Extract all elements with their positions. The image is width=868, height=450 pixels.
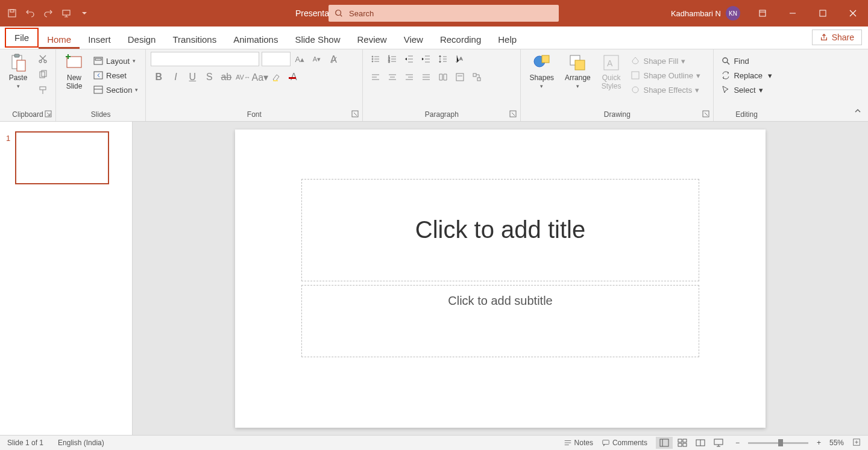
align-right-icon[interactable] <box>401 70 417 84</box>
qat-more-icon[interactable] <box>76 5 93 22</box>
cut-icon[interactable] <box>35 52 51 66</box>
tab-recording[interactable]: Recording <box>432 30 489 49</box>
reading-view-icon[interactable] <box>692 437 709 449</box>
notes-icon <box>564 439 572 447</box>
tab-insert[interactable]: Insert <box>80 30 119 49</box>
slide-counter[interactable]: Slide 1 of 1 <box>7 439 43 447</box>
fit-window-icon[interactable] <box>852 438 861 448</box>
justify-icon[interactable] <box>418 70 434 84</box>
tab-transitions[interactable]: Transitions <box>164 30 225 49</box>
find-button[interactable]: Find <box>719 54 774 67</box>
shape-fill-button[interactable]: Shape Fill ▾ <box>628 54 702 67</box>
italic-icon[interactable]: I <box>168 70 183 84</box>
normal-view-icon[interactable] <box>656 437 673 449</box>
tab-home[interactable]: Home <box>39 30 80 49</box>
title-bar: Presentation1 - PowerPoint Search Kadham… <box>0 0 868 27</box>
shadow-icon[interactable]: S <box>201 70 217 84</box>
subtitle-placeholder[interactable]: Click to add subtitle <box>301 285 699 357</box>
new-slide-button[interactable]: New Slide <box>61 52 87 92</box>
bullets-icon[interactable] <box>368 52 383 66</box>
shape-effects-button[interactable]: Shape Effects ▾ <box>628 83 702 96</box>
arrange-button[interactable]: Arrange▾ <box>561 52 594 90</box>
bold-icon[interactable]: B <box>151 70 166 84</box>
slide-thumbnail[interactable] <box>15 131 109 184</box>
select-button[interactable]: Select ▾ <box>719 83 774 96</box>
section-button[interactable]: Section ▾ <box>91 83 140 96</box>
highlight-icon[interactable] <box>269 70 285 84</box>
numbering-icon[interactable]: 123 <box>385 52 400 66</box>
svg-rect-0 <box>8 10 16 17</box>
zoom-out-icon[interactable]: − <box>735 439 740 447</box>
slideshow-view-icon[interactable] <box>710 437 727 449</box>
svg-point-43 <box>723 58 728 63</box>
increase-font-icon[interactable]: A▴ <box>292 52 307 66</box>
zoom-level[interactable]: 55% <box>829 439 844 447</box>
clear-format-icon[interactable]: A̷ <box>326 52 341 66</box>
shapes-button[interactable]: Shapes▾ <box>526 52 558 90</box>
reset-button[interactable]: Reset <box>91 69 140 82</box>
quick-styles-button[interactable]: A Quick Styles <box>598 52 625 92</box>
search-input[interactable]: Search <box>329 5 559 22</box>
format-painter-icon[interactable] <box>35 83 51 98</box>
sorter-view-icon[interactable] <box>674 437 691 449</box>
zoom-slider[interactable] <box>748 442 808 444</box>
paste-button[interactable]: Paste ▾ <box>5 52 31 90</box>
dialog-launcher-icon[interactable] <box>351 110 359 117</box>
minimize-icon[interactable] <box>779 0 807 27</box>
dialog-launcher-icon[interactable] <box>509 110 517 117</box>
text-direction-icon[interactable]: A <box>452 52 468 66</box>
columns-icon[interactable] <box>435 70 451 84</box>
svg-rect-47 <box>683 439 687 442</box>
redo-icon[interactable] <box>40 5 57 22</box>
tab-slideshow[interactable]: Slide Show <box>286 30 348 49</box>
maximize-icon[interactable] <box>809 0 837 27</box>
font-size-input[interactable] <box>262 52 291 66</box>
decrease-font-icon[interactable]: A▾ <box>309 52 324 66</box>
tab-view[interactable]: View <box>395 30 432 49</box>
dialog-launcher-icon[interactable] <box>702 110 709 117</box>
change-case-icon[interactable]: Aa▾ <box>252 70 268 84</box>
char-spacing-icon[interactable]: AV↔ <box>235 70 251 84</box>
replace-button[interactable]: Replace ▾ <box>719 69 774 82</box>
font-color-icon[interactable]: A <box>286 70 301 84</box>
tab-file[interactable]: File <box>5 28 39 48</box>
tab-review[interactable]: Review <box>348 30 395 49</box>
notes-button[interactable]: Notes <box>564 439 593 447</box>
align-center-icon[interactable] <box>385 70 400 84</box>
svg-rect-2 <box>63 10 70 15</box>
dialog-launcher-icon[interactable] <box>45 110 52 117</box>
close-icon[interactable] <box>839 0 867 27</box>
layout-button[interactable]: Layout ▾ <box>91 54 140 67</box>
collapse-ribbon-icon[interactable] <box>854 107 862 117</box>
share-button[interactable]: Share <box>812 30 862 45</box>
user-account[interactable]: Kadhambari N KN <box>665 6 746 20</box>
copy-icon[interactable] <box>35 67 51 82</box>
zoom-in-icon[interactable]: + <box>817 439 821 447</box>
avatar: KN <box>726 6 740 20</box>
undo-icon[interactable] <box>22 5 39 22</box>
comments-button[interactable]: Comments <box>602 439 647 447</box>
increase-indent-icon[interactable] <box>418 52 434 66</box>
tab-animations[interactable]: Animations <box>225 30 286 49</box>
decrease-indent-icon[interactable] <box>401 52 417 66</box>
ribbon-display-icon[interactable] <box>749 0 776 27</box>
tab-help[interactable]: Help <box>489 30 525 49</box>
arrange-icon <box>568 53 587 72</box>
strike-icon[interactable]: ab <box>218 70 234 84</box>
title-placeholder[interactable]: Click to add title <box>301 179 699 281</box>
line-spacing-icon[interactable] <box>435 52 451 66</box>
slideshow-icon[interactable] <box>58 5 75 22</box>
align-text-icon[interactable] <box>452 70 468 84</box>
underline-icon[interactable]: U <box>184 70 200 84</box>
save-icon[interactable] <box>4 5 20 22</box>
smartart-icon[interactable] <box>469 70 485 84</box>
slide[interactable]: Click to add title Click to add subtitle <box>235 130 766 428</box>
align-left-icon[interactable] <box>368 70 383 84</box>
user-name: Kadhambari N <box>671 9 721 18</box>
language-status[interactable]: English (India) <box>58 439 104 447</box>
font-family-input[interactable] <box>151 52 259 66</box>
thumbnail-row[interactable]: 1 <box>6 131 126 184</box>
svg-rect-44 <box>603 440 609 445</box>
tab-design[interactable]: Design <box>119 30 165 49</box>
shape-outline-button[interactable]: Shape Outline ▾ <box>628 69 702 82</box>
